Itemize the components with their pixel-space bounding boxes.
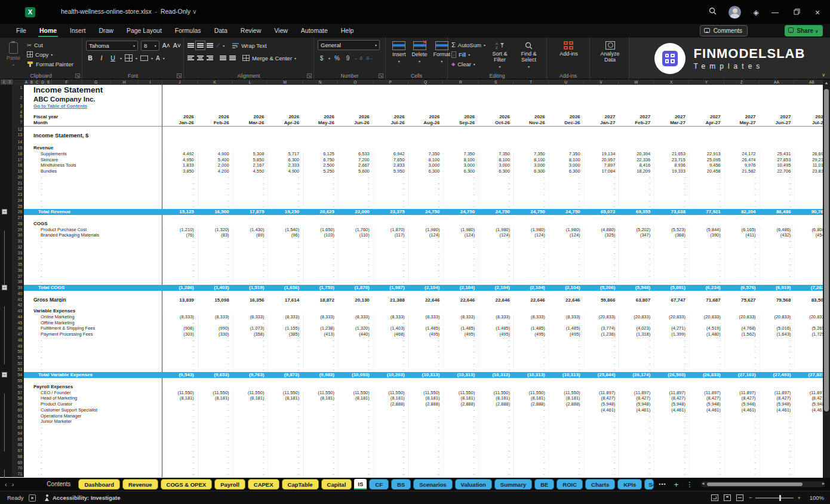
cell[interactable]: (11,550) — [478, 390, 514, 396]
cell[interactable]: - — [584, 273, 619, 279]
cell[interactable]: - — [619, 448, 654, 454]
cell[interactable]: - — [162, 465, 198, 471]
cell[interactable]: (103) — [303, 232, 338, 238]
cell[interactable]: - — [338, 256, 373, 262]
cell[interactable]: - — [338, 244, 373, 250]
cell[interactable]: - — [794, 343, 823, 349]
cell[interactable]: - — [303, 442, 338, 448]
cell[interactable]: - — [794, 431, 823, 437]
cell[interactable]: - — [760, 442, 795, 448]
cell[interactable]: - — [654, 355, 689, 361]
cell[interactable]: - — [338, 413, 373, 419]
cell[interactable]: - — [162, 198, 198, 204]
cell[interactable]: - — [549, 256, 584, 262]
row-label[interactable]: CEO / Founder — [24, 390, 162, 396]
cell[interactable]: (1,485) — [478, 325, 514, 331]
row-header-64[interactable]: 64 — [12, 431, 24, 437]
scroll-right-arrow-icon[interactable]: ▸ — [822, 481, 825, 486]
cell[interactable]: (26,503) — [654, 372, 689, 378]
sheet-tab-charts[interactable]: Charts — [585, 479, 615, 490]
cell[interactable]: - — [162, 437, 198, 442]
cell[interactable]: - — [584, 465, 619, 471]
cell[interactable]: (2,888) — [478, 401, 514, 407]
row-header-40[interactable]: 40 — [12, 291, 24, 297]
cell[interactable]: - — [268, 256, 303, 262]
cell[interactable]: - — [654, 268, 689, 273]
cell[interactable]: - — [549, 238, 584, 244]
cell[interactable]: 2027 — [689, 113, 724, 119]
cell[interactable]: - — [198, 413, 233, 419]
row-header-48[interactable]: 48 — [12, 337, 24, 343]
cell[interactable]: 15,125 — [162, 209, 198, 215]
cell[interactable]: - — [794, 204, 823, 210]
cell[interactable]: Nov-26 — [514, 119, 549, 126]
cell[interactable]: - — [338, 186, 373, 192]
cell[interactable]: - — [514, 471, 549, 477]
cell[interactable]: - — [233, 361, 268, 367]
cell[interactable]: - — [338, 349, 373, 355]
row-label[interactable]: Variable Expenses — [24, 308, 162, 314]
cell[interactable]: - — [478, 425, 514, 431]
cell[interactable]: 3,000 — [549, 162, 584, 168]
row-label[interactable]: Payment Processing Fees — [24, 331, 162, 337]
row-header-42[interactable]: 42 — [12, 302, 24, 308]
cell[interactable]: - — [338, 367, 373, 373]
column-header-G[interactable]: G — [82, 79, 110, 85]
cell[interactable]: - — [268, 343, 303, 349]
cell[interactable]: - — [373, 320, 408, 326]
ribbon-tab-formulas[interactable]: Formulas — [168, 25, 208, 37]
cell[interactable]: - — [654, 204, 689, 210]
cell[interactable]: 2,333 — [268, 162, 303, 168]
cell[interactable]: - — [408, 279, 444, 285]
horizontal-scrollbar-thumb[interactable] — [707, 483, 803, 486]
cell[interactable]: - — [198, 401, 233, 407]
cell[interactable]: - — [724, 419, 760, 425]
cell[interactable]: - — [162, 256, 198, 262]
ribbon-tab-page-layout[interactable]: Page Layout — [120, 25, 168, 37]
ribbon-tab-draw[interactable]: Draw — [92, 25, 120, 37]
cell[interactable]: 83,508 — [794, 297, 823, 303]
cell[interactable]: (8,427) — [760, 395, 795, 401]
cell[interactable]: - — [584, 174, 619, 180]
cell[interactable]: - — [549, 186, 584, 192]
cell[interactable]: - — [303, 471, 338, 477]
cell[interactable]: - — [724, 367, 760, 373]
cell[interactable]: - — [584, 256, 619, 262]
cell[interactable]: - — [724, 174, 760, 180]
cell[interactable]: - — [233, 192, 268, 198]
cell[interactable]: - — [478, 192, 514, 198]
cell[interactable]: (8,181) — [338, 395, 373, 401]
cell[interactable]: - — [689, 355, 724, 361]
cell[interactable]: - — [443, 337, 478, 343]
cell[interactable]: - — [303, 437, 338, 442]
cell[interactable]: - — [724, 442, 760, 448]
cell[interactable]: (6,165) — [724, 227, 760, 233]
cell[interactable]: - — [478, 204, 514, 210]
cell[interactable]: (908) — [162, 325, 198, 331]
cell[interactable]: - — [760, 204, 795, 210]
gem-icon[interactable]: ◈ — [750, 7, 762, 19]
cell[interactable]: (8,181) — [303, 395, 338, 401]
column-header-I[interactable]: I — [139, 79, 162, 85]
cell[interactable]: - — [654, 413, 689, 419]
cell[interactable]: (5,948) — [584, 401, 619, 407]
cell[interactable]: - — [514, 244, 549, 250]
cell[interactable]: - — [268, 413, 303, 419]
cell[interactable]: - — [760, 343, 795, 349]
sheet-tab-is[interactable]: IS — [354, 479, 367, 490]
cell[interactable]: Jul-26 — [373, 119, 408, 126]
cell[interactable]: - — [514, 192, 549, 198]
column-header-D[interactable]: D — [40, 79, 46, 85]
cell[interactable]: - — [689, 419, 724, 425]
cell[interactable]: - — [443, 250, 478, 256]
cell[interactable]: - — [478, 262, 514, 268]
cell[interactable]: - — [760, 198, 795, 204]
cell[interactable]: - — [724, 343, 760, 349]
cell[interactable]: - — [478, 198, 514, 204]
row-header-14[interactable]: 14 — [12, 139, 24, 145]
cell[interactable]: 20,957 — [584, 157, 619, 163]
cell[interactable]: 4,900 — [198, 151, 233, 157]
cell[interactable]: (1,980) — [514, 227, 549, 233]
column-header-Y[interactable]: Y — [689, 79, 724, 85]
cell[interactable]: - — [198, 425, 233, 431]
